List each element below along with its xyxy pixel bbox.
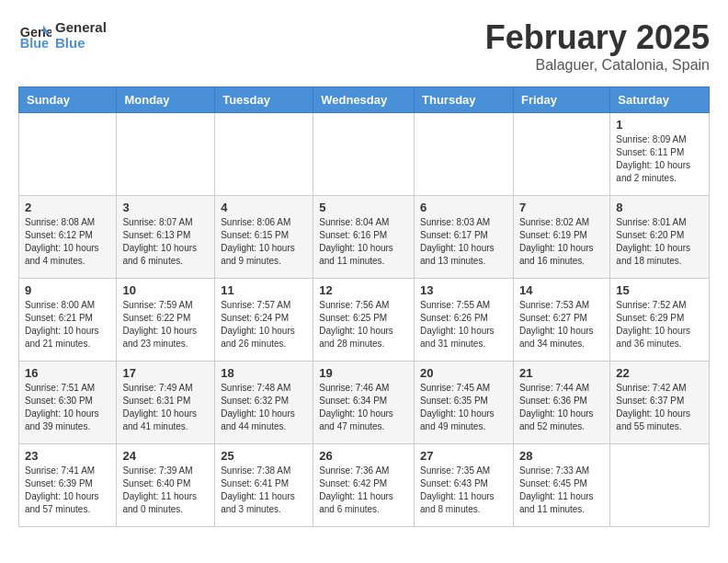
weekday-header-tuesday: Tuesday <box>215 87 313 113</box>
day-info: Sunrise: 8:00 AMSunset: 6:21 PMDaylight:… <box>25 299 110 350</box>
day-cell: 6Sunrise: 8:03 AMSunset: 6:17 PMDaylight… <box>415 196 514 279</box>
day-number: 24 <box>122 449 209 463</box>
day-cell: 14Sunrise: 7:53 AMSunset: 6:27 PMDayligh… <box>513 279 609 362</box>
day-info: Sunrise: 7:41 AMSunset: 6:39 PMDaylight:… <box>25 465 110 516</box>
day-cell: 12Sunrise: 7:56 AMSunset: 6:25 PMDayligh… <box>313 279 415 362</box>
day-info: Sunrise: 7:46 AMSunset: 6:34 PMDaylight:… <box>319 382 408 433</box>
week-row-2: 2Sunrise: 8:08 AMSunset: 6:12 PMDaylight… <box>19 196 710 279</box>
day-number: 28 <box>519 449 604 463</box>
day-number: 16 <box>25 366 110 380</box>
day-cell: 16Sunrise: 7:51 AMSunset: 6:30 PMDayligh… <box>19 362 117 444</box>
weekday-header-wednesday: Wednesday <box>313 87 415 113</box>
day-number: 2 <box>25 201 110 214</box>
day-info: Sunrise: 7:51 AMSunset: 6:30 PMDaylight:… <box>25 382 110 433</box>
day-info: Sunrise: 7:39 AMSunset: 6:40 PMDaylight:… <box>122 465 209 516</box>
day-number: 8 <box>616 201 703 214</box>
day-number: 7 <box>519 201 604 214</box>
location-title: Balaguer, Catalonia, Spain <box>485 57 710 74</box>
day-info: Sunrise: 7:53 AMSunset: 6:27 PMDaylight:… <box>519 299 604 350</box>
day-number: 6 <box>420 201 507 214</box>
day-info: Sunrise: 7:48 AMSunset: 6:32 PMDaylight:… <box>221 382 307 433</box>
weekday-header-row: SundayMondayTuesdayWednesdayThursdayFrid… <box>19 87 710 113</box>
day-cell: 22Sunrise: 7:42 AMSunset: 6:37 PMDayligh… <box>610 362 710 444</box>
day-info: Sunrise: 8:09 AMSunset: 6:11 PMDaylight:… <box>616 133 703 185</box>
day-cell: 4Sunrise: 8:06 AMSunset: 6:15 PMDaylight… <box>215 196 313 279</box>
day-cell: 11Sunrise: 7:57 AMSunset: 6:24 PMDayligh… <box>215 279 313 362</box>
day-cell: 15Sunrise: 7:52 AMSunset: 6:29 PMDayligh… <box>610 279 710 362</box>
weekday-header-sunday: Sunday <box>19 87 117 113</box>
day-cell <box>117 113 215 196</box>
day-cell: 28Sunrise: 7:33 AMSunset: 6:45 PMDayligh… <box>513 444 609 527</box>
day-cell: 20Sunrise: 7:45 AMSunset: 6:35 PMDayligh… <box>415 362 514 444</box>
day-info: Sunrise: 7:55 AMSunset: 6:26 PMDaylight:… <box>420 299 507 350</box>
day-info: Sunrise: 7:56 AMSunset: 6:25 PMDaylight:… <box>319 299 408 350</box>
day-cell <box>19 113 117 196</box>
day-number: 5 <box>319 201 408 214</box>
logo: General Blue General Blue <box>18 18 107 52</box>
day-number: 12 <box>319 283 408 297</box>
day-number: 14 <box>519 283 604 297</box>
day-cell: 25Sunrise: 7:38 AMSunset: 6:41 PMDayligh… <box>215 444 313 527</box>
svg-text:Blue: Blue <box>20 36 49 51</box>
calendar-table: SundayMondayTuesdayWednesdayThursdayFrid… <box>18 86 710 527</box>
day-cell: 21Sunrise: 7:44 AMSunset: 6:36 PMDayligh… <box>513 362 609 444</box>
day-info: Sunrise: 8:08 AMSunset: 6:12 PMDaylight:… <box>25 216 110 268</box>
day-info: Sunrise: 7:33 AMSunset: 6:45 PMDaylight:… <box>519 465 604 516</box>
day-cell: 18Sunrise: 7:48 AMSunset: 6:32 PMDayligh… <box>215 362 313 444</box>
day-number: 4 <box>221 201 307 214</box>
day-info: Sunrise: 7:44 AMSunset: 6:36 PMDaylight:… <box>519 382 604 433</box>
day-cell: 8Sunrise: 8:01 AMSunset: 6:20 PMDaylight… <box>610 196 710 279</box>
day-cell: 9Sunrise: 8:00 AMSunset: 6:21 PMDaylight… <box>19 279 117 362</box>
day-number: 1 <box>616 118 703 132</box>
day-cell <box>513 113 609 196</box>
weekday-header-thursday: Thursday <box>415 87 514 113</box>
day-cell: 17Sunrise: 7:49 AMSunset: 6:31 PMDayligh… <box>117 362 215 444</box>
weekday-header-saturday: Saturday <box>610 87 710 113</box>
day-info: Sunrise: 7:38 AMSunset: 6:41 PMDaylight:… <box>221 465 307 516</box>
day-cell: 26Sunrise: 7:36 AMSunset: 6:42 PMDayligh… <box>313 444 415 527</box>
week-row-1: 1Sunrise: 8:09 AMSunset: 6:11 PMDaylight… <box>19 113 710 196</box>
day-info: Sunrise: 7:35 AMSunset: 6:43 PMDaylight:… <box>420 465 507 516</box>
day-number: 18 <box>221 366 307 380</box>
month-title: February 2025 <box>485 18 710 57</box>
day-info: Sunrise: 8:07 AMSunset: 6:13 PMDaylight:… <box>122 216 209 268</box>
day-cell: 23Sunrise: 7:41 AMSunset: 6:39 PMDayligh… <box>19 444 117 527</box>
day-number: 19 <box>319 366 408 380</box>
day-cell <box>215 113 313 196</box>
day-number: 22 <box>616 366 703 380</box>
day-cell: 7Sunrise: 8:02 AMSunset: 6:19 PMDaylight… <box>513 196 609 279</box>
day-cell: 27Sunrise: 7:35 AMSunset: 6:43 PMDayligh… <box>415 444 514 527</box>
day-number: 15 <box>616 283 703 297</box>
day-number: 13 <box>420 283 507 297</box>
logo-blue: Blue <box>55 35 107 51</box>
day-number: 27 <box>420 449 507 463</box>
day-cell: 3Sunrise: 8:07 AMSunset: 6:13 PMDaylight… <box>117 196 215 279</box>
day-info: Sunrise: 7:52 AMSunset: 6:29 PMDaylight:… <box>616 299 703 350</box>
day-cell <box>610 444 710 527</box>
day-info: Sunrise: 7:45 AMSunset: 6:35 PMDaylight:… <box>420 382 507 433</box>
day-info: Sunrise: 8:06 AMSunset: 6:15 PMDaylight:… <box>221 216 307 268</box>
day-info: Sunrise: 7:42 AMSunset: 6:37 PMDaylight:… <box>616 382 703 433</box>
day-number: 20 <box>420 366 507 380</box>
day-cell: 19Sunrise: 7:46 AMSunset: 6:34 PMDayligh… <box>313 362 415 444</box>
calendar-body: 1Sunrise: 8:09 AMSunset: 6:11 PMDaylight… <box>19 113 710 527</box>
day-number: 23 <box>25 449 110 463</box>
title-section: February 2025 Balaguer, Catalonia, Spain <box>485 18 710 74</box>
day-info: Sunrise: 7:57 AMSunset: 6:24 PMDaylight:… <box>221 299 307 350</box>
day-cell: 24Sunrise: 7:39 AMSunset: 6:40 PMDayligh… <box>117 444 215 527</box>
day-number: 17 <box>122 366 209 380</box>
day-number: 11 <box>221 283 307 297</box>
week-row-3: 9Sunrise: 8:00 AMSunset: 6:21 PMDaylight… <box>19 279 710 362</box>
day-info: Sunrise: 8:02 AMSunset: 6:19 PMDaylight:… <box>519 216 604 268</box>
day-info: Sunrise: 7:59 AMSunset: 6:22 PMDaylight:… <box>122 299 209 350</box>
day-info: Sunrise: 7:36 AMSunset: 6:42 PMDaylight:… <box>319 465 408 516</box>
day-cell: 5Sunrise: 8:04 AMSunset: 6:16 PMDaylight… <box>313 196 415 279</box>
day-cell: 10Sunrise: 7:59 AMSunset: 6:22 PMDayligh… <box>117 279 215 362</box>
week-row-5: 23Sunrise: 7:41 AMSunset: 6:39 PMDayligh… <box>19 444 710 527</box>
weekday-header-monday: Monday <box>117 87 215 113</box>
day-number: 9 <box>25 283 110 297</box>
day-info: Sunrise: 8:04 AMSunset: 6:16 PMDaylight:… <box>319 216 408 268</box>
day-info: Sunrise: 8:01 AMSunset: 6:20 PMDaylight:… <box>616 216 703 268</box>
day-number: 21 <box>519 366 604 380</box>
day-number: 25 <box>221 449 307 463</box>
